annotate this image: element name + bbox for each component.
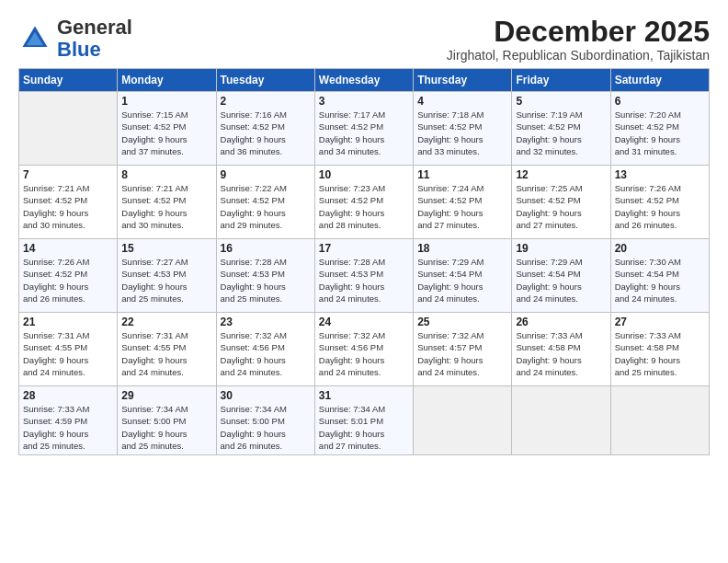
day-number: 5 xyxy=(516,95,606,108)
day-info: Sunrise: 7:24 AMSunset: 4:52 PMDaylight:… xyxy=(417,182,507,231)
col-tuesday: Tuesday xyxy=(216,69,314,92)
day-info: Sunrise: 7:20 AMSunset: 4:52 PMDaylight:… xyxy=(615,109,705,157)
day-number: 6 xyxy=(615,95,705,108)
table-row: 12Sunrise: 7:25 AMSunset: 4:52 PMDayligh… xyxy=(512,166,610,239)
day-info: Sunrise: 7:33 AMSunset: 4:58 PMDaylight:… xyxy=(615,329,705,378)
day-info: Sunrise: 7:16 AMSunset: 4:52 PMDaylight:… xyxy=(221,109,311,157)
location-subtitle: Jirghatol, Republican Subordination, Taj… xyxy=(447,48,710,63)
day-info: Sunrise: 7:29 AMSunset: 4:54 PMDaylight:… xyxy=(516,256,606,304)
col-thursday: Thursday xyxy=(414,69,512,92)
day-info: Sunrise: 7:31 AMSunset: 4:55 PMDaylight:… xyxy=(121,329,211,378)
table-row xyxy=(512,386,610,455)
table-row: 3Sunrise: 7:17 AMSunset: 4:52 PMDaylight… xyxy=(314,92,413,166)
day-info: Sunrise: 7:34 AMSunset: 5:01 PMDaylight:… xyxy=(319,403,409,452)
day-info: Sunrise: 7:29 AMSunset: 4:54 PMDaylight:… xyxy=(417,256,507,304)
page: General Blue December 2025 Jirghatol, Re… xyxy=(0,0,728,465)
day-number: 19 xyxy=(516,242,606,255)
day-info: Sunrise: 7:32 AMSunset: 4:56 PMDaylight:… xyxy=(221,329,311,378)
day-info: Sunrise: 7:25 AMSunset: 4:52 PMDaylight:… xyxy=(516,182,606,231)
day-number: 21 xyxy=(23,316,113,328)
day-info: Sunrise: 7:21 AMSunset: 4:52 PMDaylight:… xyxy=(23,182,113,231)
table-row: 11Sunrise: 7:24 AMSunset: 4:52 PMDayligh… xyxy=(414,166,512,239)
table-row xyxy=(19,92,118,166)
day-number: 29 xyxy=(121,389,211,402)
day-number: 2 xyxy=(221,95,311,108)
col-saturday: Saturday xyxy=(610,69,709,92)
table-row: 1Sunrise: 7:15 AMSunset: 4:52 PMDaylight… xyxy=(118,92,216,166)
table-row: 30Sunrise: 7:34 AMSunset: 5:00 PMDayligh… xyxy=(216,386,314,455)
table-row: 27Sunrise: 7:33 AMSunset: 4:58 PMDayligh… xyxy=(610,313,709,386)
month-title: December 2025 xyxy=(447,17,710,46)
col-wednesday: Wednesday xyxy=(314,69,413,92)
table-row: 9Sunrise: 7:22 AMSunset: 4:52 PMDaylight… xyxy=(216,166,314,239)
table-row: 21Sunrise: 7:31 AMSunset: 4:55 PMDayligh… xyxy=(19,313,118,386)
table-row: 17Sunrise: 7:28 AMSunset: 4:53 PMDayligh… xyxy=(314,239,413,313)
day-number: 27 xyxy=(615,316,705,328)
table-row: 26Sunrise: 7:33 AMSunset: 4:58 PMDayligh… xyxy=(512,313,610,386)
col-sunday: Sunday xyxy=(19,69,118,92)
logo-text: General Blue xyxy=(57,17,132,61)
day-info: Sunrise: 7:32 AMSunset: 4:56 PMDaylight:… xyxy=(319,329,409,378)
day-number: 1 xyxy=(121,95,211,108)
day-info: Sunrise: 7:33 AMSunset: 4:58 PMDaylight:… xyxy=(516,329,606,378)
col-monday: Monday xyxy=(118,69,216,92)
table-row: 6Sunrise: 7:20 AMSunset: 4:52 PMDaylight… xyxy=(610,92,709,166)
day-number: 3 xyxy=(319,95,409,108)
day-number: 4 xyxy=(417,95,507,108)
day-number: 22 xyxy=(121,316,211,328)
day-info: Sunrise: 7:28 AMSunset: 4:53 PMDaylight:… xyxy=(221,256,311,304)
day-info: Sunrise: 7:22 AMSunset: 4:52 PMDaylight:… xyxy=(221,182,311,231)
table-row: 16Sunrise: 7:28 AMSunset: 4:53 PMDayligh… xyxy=(216,239,314,313)
day-info: Sunrise: 7:28 AMSunset: 4:53 PMDaylight:… xyxy=(319,256,409,304)
table-row: 5Sunrise: 7:19 AMSunset: 4:52 PMDaylight… xyxy=(512,92,610,166)
table-row: 14Sunrise: 7:26 AMSunset: 4:52 PMDayligh… xyxy=(19,239,118,313)
table-row: 25Sunrise: 7:32 AMSunset: 4:57 PMDayligh… xyxy=(414,313,512,386)
title-block: December 2025 Jirghatol, Republican Subo… xyxy=(447,17,710,63)
calendar-header-row: Sunday Monday Tuesday Wednesday Thursday… xyxy=(19,69,710,92)
day-number: 25 xyxy=(417,316,507,328)
day-number: 8 xyxy=(121,168,211,181)
col-friday: Friday xyxy=(512,69,610,92)
day-number: 18 xyxy=(417,242,507,255)
day-number: 12 xyxy=(516,168,606,181)
table-row: 28Sunrise: 7:33 AMSunset: 4:59 PMDayligh… xyxy=(19,386,118,455)
logo-general: General xyxy=(57,16,132,39)
calendar: Sunday Monday Tuesday Wednesday Thursday… xyxy=(18,68,710,455)
table-row xyxy=(414,386,512,455)
table-row: 23Sunrise: 7:32 AMSunset: 4:56 PMDayligh… xyxy=(216,313,314,386)
day-info: Sunrise: 7:15 AMSunset: 4:52 PMDaylight:… xyxy=(121,109,211,157)
table-row: 7Sunrise: 7:21 AMSunset: 4:52 PMDaylight… xyxy=(19,166,118,239)
table-row: 31Sunrise: 7:34 AMSunset: 5:01 PMDayligh… xyxy=(314,386,413,455)
table-row: 4Sunrise: 7:18 AMSunset: 4:52 PMDaylight… xyxy=(414,92,512,166)
day-number: 31 xyxy=(319,389,409,402)
day-info: Sunrise: 7:30 AMSunset: 4:54 PMDaylight:… xyxy=(615,256,705,304)
day-number: 17 xyxy=(319,242,409,255)
table-row: 13Sunrise: 7:26 AMSunset: 4:52 PMDayligh… xyxy=(610,166,709,239)
day-info: Sunrise: 7:32 AMSunset: 4:57 PMDaylight:… xyxy=(417,329,507,378)
day-info: Sunrise: 7:21 AMSunset: 4:52 PMDaylight:… xyxy=(121,182,211,231)
day-number: 30 xyxy=(221,389,311,402)
day-info: Sunrise: 7:31 AMSunset: 4:55 PMDaylight:… xyxy=(23,329,113,378)
day-number: 16 xyxy=(221,242,311,255)
logo: General Blue xyxy=(18,17,132,61)
logo-blue: Blue xyxy=(57,38,101,61)
table-row: 2Sunrise: 7:16 AMSunset: 4:52 PMDaylight… xyxy=(216,92,314,166)
table-row xyxy=(610,386,709,455)
day-info: Sunrise: 7:23 AMSunset: 4:52 PMDaylight:… xyxy=(319,182,409,231)
day-info: Sunrise: 7:19 AMSunset: 4:52 PMDaylight:… xyxy=(516,109,606,157)
header: General Blue December 2025 Jirghatol, Re… xyxy=(18,17,710,63)
day-number: 13 xyxy=(615,168,705,181)
table-row: 18Sunrise: 7:29 AMSunset: 4:54 PMDayligh… xyxy=(414,239,512,313)
day-number: 11 xyxy=(417,168,507,181)
table-row: 24Sunrise: 7:32 AMSunset: 4:56 PMDayligh… xyxy=(314,313,413,386)
day-number: 20 xyxy=(615,242,705,255)
day-info: Sunrise: 7:34 AMSunset: 5:00 PMDaylight:… xyxy=(221,403,311,452)
day-number: 15 xyxy=(121,242,211,255)
day-number: 26 xyxy=(516,316,606,328)
day-info: Sunrise: 7:33 AMSunset: 4:59 PMDaylight:… xyxy=(23,403,113,452)
table-row: 29Sunrise: 7:34 AMSunset: 5:00 PMDayligh… xyxy=(118,386,216,455)
day-number: 23 xyxy=(221,316,311,328)
day-info: Sunrise: 7:26 AMSunset: 4:52 PMDaylight:… xyxy=(615,182,705,231)
day-number: 7 xyxy=(23,168,113,181)
day-number: 9 xyxy=(221,168,311,181)
